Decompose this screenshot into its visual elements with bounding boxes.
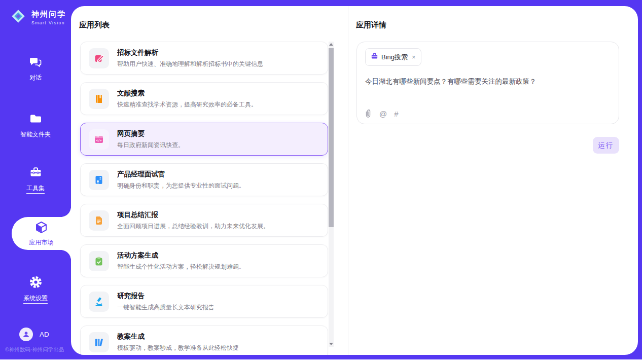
user-account[interactable]: AD: [19, 328, 49, 341]
run-button[interactable]: 运行: [593, 137, 619, 154]
sidebar-item-chat[interactable]: 对话: [0, 55, 71, 82]
sidebar-item-label: 系统设置: [23, 294, 48, 304]
app-name: 网页摘要: [117, 129, 184, 138]
app-shell: 神州问学 Smart Vision 对话 智能文件夹: [0, 0, 642, 359]
pm-interviewer-icon: [89, 170, 109, 190]
brand-diamond-icon: [8, 6, 28, 28]
folder-icon: [29, 112, 43, 127]
app-card-list: 招标文件解析 帮助用户快速、准确地理解和解析招标书中的关键信息 文献搜索 快速精…: [80, 42, 328, 355]
svg-text:</>: </>: [96, 138, 102, 141]
app-name: 文献搜索: [117, 89, 257, 98]
scrollbar-down-arrow-icon[interactable]: [329, 343, 333, 345]
webpage-summary-icon: </>: [89, 129, 109, 150]
app-name: 项目总结汇报: [117, 210, 269, 220]
person-icon: [22, 330, 30, 339]
scrollbar-up-arrow-icon[interactable]: [329, 43, 333, 46]
brand-subtitle: Smart Vision: [31, 20, 66, 25]
app-description: 明确身份和职责，为您提供专业性的面试问题。: [117, 182, 245, 190]
research-report-icon: [89, 292, 109, 312]
app-card-research-report[interactable]: 研究报告 一键智能生成高质量长文本研究报告: [80, 285, 328, 318]
sidebar-item-label: 工具集: [26, 184, 45, 194]
sidebar-item-system-settings[interactable]: 系统设置: [0, 275, 71, 304]
app-name: 活动方案生成: [117, 251, 245, 260]
app-list-scrollbar[interactable]: [329, 42, 334, 347]
brand-name: 神州问学: [31, 10, 66, 19]
copyright-text: ©神州数码·神州问学出品: [5, 346, 71, 353]
app-card-bid-parse[interactable]: 招标文件解析 帮助用户快速、准确地理解和解析招标书中的关键信息: [80, 42, 328, 75]
avatar: [19, 328, 33, 341]
bid-parse-icon: [89, 48, 109, 68]
sidebar-item-smart-folder[interactable]: 智能文件夹: [0, 112, 71, 139]
event-plan-icon: [89, 251, 109, 271]
app-card-webpage-summary[interactable]: </> 网页摘要 每日政府新闻资讯快查。: [80, 123, 328, 156]
literature-search-icon: [89, 89, 109, 109]
bubble-fillet-bottom: [61, 250, 71, 260]
sidebar-item-label: 对话: [29, 74, 42, 82]
app-description: 快速精准查找学术资源，提高研究效率的必备工具。: [117, 100, 257, 109]
app-card-event-plan[interactable]: 活动方案生成 智能生成个性化活动方案，轻松解决规划难题。: [80, 244, 328, 277]
user-name: AD: [40, 331, 49, 338]
app-card-pm-interviewer[interactable]: 产品经理面试官 明确身份和职责，为您提供专业性的面试问题。: [80, 163, 328, 196]
app-description: 一键智能生成高质量长文本研究报告: [117, 303, 214, 312]
app-detail-title: 应用详情: [356, 20, 386, 30]
mention-icon[interactable]: @: [379, 110, 387, 118]
app-description: 帮助用户快速、准确地理解和解析招标书中的关键信息: [117, 60, 263, 68]
app-name: 研究报告: [117, 292, 214, 301]
sidebar-item-app-market[interactable]: 应用市场: [12, 217, 71, 250]
app-name: 产品经理面试官: [117, 170, 245, 179]
sidebar-item-toolset[interactable]: 工具集: [0, 165, 71, 194]
brand-logo: 神州问学 Smart Vision: [8, 6, 66, 28]
bubble-fillet-top: [61, 207, 71, 217]
chat-icon: [29, 55, 43, 70]
app-name: 招标文件解析: [117, 48, 263, 57]
tool-tag-label: Bing搜索: [381, 53, 408, 62]
app-description: 每日政府新闻资讯快查。: [117, 141, 184, 150]
sidebar-item-label: 智能文件夹: [20, 130, 51, 139]
app-card-project-summary[interactable]: 项目总结汇报 全面回顾项目进展，总结经验教训，助力未来优化发展。: [80, 204, 328, 237]
tool-tag-bing-search[interactable]: Bing搜索 ×: [365, 48, 421, 66]
tag-close-icon[interactable]: ×: [412, 54, 416, 60]
hash-icon[interactable]: #: [394, 110, 398, 118]
project-summary-icon: [89, 210, 109, 231]
app-description: 模板驱动，教案秒成，教学准备从此轻松快捷: [117, 344, 239, 352]
briefcase-icon: [371, 52, 378, 62]
gear-icon: [29, 275, 43, 291]
attachment-icon[interactable]: [364, 109, 372, 118]
query-text-input[interactable]: 今日湖北有哪些新闻要点？有哪些需要关注的最新政策？: [365, 77, 611, 87]
prompt-input-card[interactable]: Bing搜索 × 今日湖北有哪些新闻要点？有哪些需要关注的最新政策？ @ #: [356, 42, 619, 124]
sidebar-item-label: 应用市场: [29, 238, 54, 247]
app-detail-panel: 应用详情 Bing搜索 × 今日湖北有哪些新闻要点？有哪些需要关注的最新政策？: [348, 6, 638, 355]
app-description: 全面回顾项目进展，总结经验教训，助力未来优化发展。: [117, 222, 269, 231]
lesson-plan-icon: [89, 332, 109, 352]
input-toolbar: @ #: [364, 109, 399, 118]
main-panel: 应用列表 招标文件解析 帮助用户快速、准确地理解和解析招标书中的关键信息: [71, 6, 638, 355]
app-card-literature-search[interactable]: 文献搜索 快速精准查找学术资源，提高研究效率的必备工具。: [80, 82, 328, 115]
app-list-title: 应用列表: [79, 20, 110, 30]
app-description: 智能生成个性化活动方案，轻松解决规划难题。: [117, 263, 245, 271]
app-name: 教案生成: [117, 332, 239, 341]
scrollbar-thumb[interactable]: [329, 48, 334, 227]
app-card-lesson-plan[interactable]: 教案生成 模板驱动，教案秒成，教学准备从此轻松快捷: [80, 325, 328, 355]
toolbox-icon: [29, 165, 43, 181]
cube-icon: [34, 221, 48, 236]
